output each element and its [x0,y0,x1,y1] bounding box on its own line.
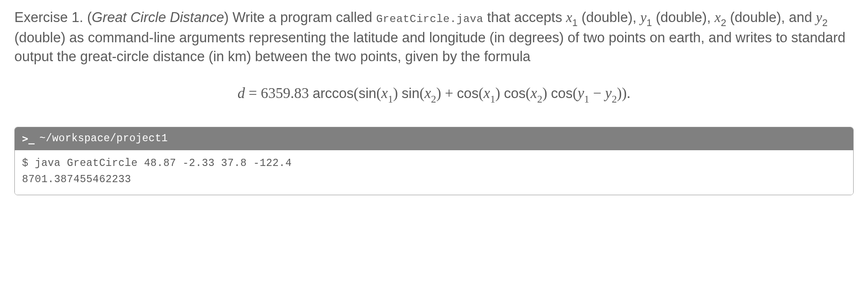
terminal-body: $ java GreatCircle 48.87 -2.33 37.8 -122… [15,150,853,195]
sub-x2: 2 [721,17,726,28]
sub-y2: 2 [822,17,828,28]
exercise-name: Great Circle Distance [92,9,224,25]
var-y1: y [640,9,647,25]
formula-arccos: arccos [313,85,353,101]
terminal-path: ~/workspace/project1 [40,132,168,146]
terminal-block: >_ ~/workspace/project1 $ java GreatCirc… [14,127,854,195]
terminal-header: >_ ~/workspace/project1 [15,127,853,150]
var-x2: x [714,9,721,25]
sub-y1: 1 [647,17,652,28]
var-y2: y [816,9,822,25]
exercise-number: Exercise 1. [14,9,83,25]
program-filename: GreatCircle.java [376,13,483,25]
exercise-text-2: that accepts [483,9,566,25]
formula-cos3: cos [551,85,573,101]
formula-equals: = [245,85,261,101]
exercise-text-1: Write a program called [233,9,376,25]
formula-sin1: sin [358,85,376,101]
formula-cos2: cos [504,85,525,101]
exercise-text-4: (double), [652,9,715,25]
exercise-heading: Exercise 1. (Great Circle Distance) [14,9,233,25]
exercise-text-6: (double) as command-line arguments repre… [14,30,846,64]
exercise-paragraph: Exercise 1. (Great Circle Distance) Writ… [14,8,854,66]
formula: d = 6359.83 arccos(sin(x1) sin(x2) + cos… [14,83,854,105]
sub-x1: 1 [572,17,577,28]
terminal-prompt-icon: >_ [22,132,35,146]
exercise-text-3: (double), [577,9,640,25]
formula-lhs: d [238,85,245,101]
terminal-output: 8701.387455462233 [22,174,131,185]
formula-sin2: sin [402,85,420,101]
exercise-text-5: (double), and [726,9,816,25]
var-x1: x [566,9,573,25]
formula-cos1: cos [457,85,479,101]
formula-constant: 6359.83 [261,85,309,101]
terminal-command: $ java GreatCircle 48.87 -2.33 37.8 -122… [22,157,292,169]
